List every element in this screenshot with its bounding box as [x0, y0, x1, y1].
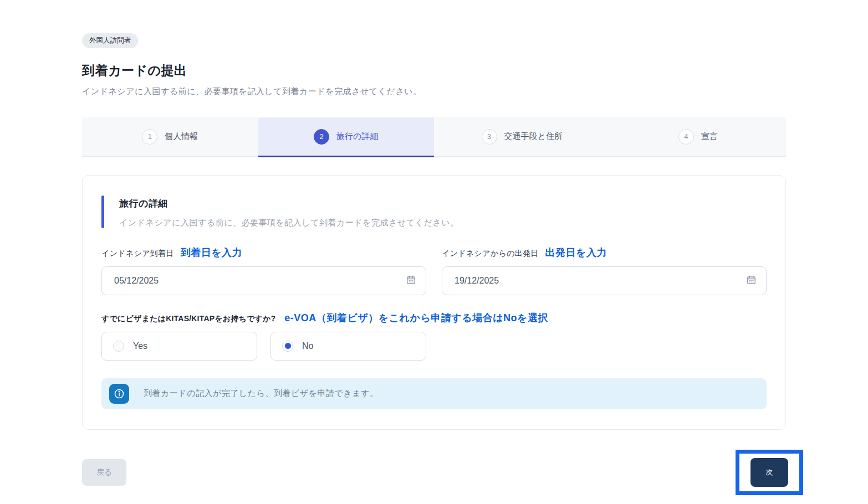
page-title: 到着カードの提出	[82, 62, 786, 79]
section-description: インドネシアに入国する前に、必要事項を記入して到着カードを完成させてください。	[119, 218, 459, 228]
step-label: 個人情報	[165, 131, 198, 142]
departure-date-label: インドネシアからの出発日	[442, 249, 539, 259]
step-tabs: 1 個人情報 2 旅行の詳細 3 交通手段と住所 4 宣言	[82, 117, 786, 157]
page-subtitle: インドネシアに入国する前に、必要事項を記入して到着カードを完成させてください。	[82, 86, 786, 97]
departure-date-input[interactable]	[442, 266, 767, 295]
section-header: 旅行の詳細 インドネシアに入国する前に、必要事項を記入して到着カードを完成させて…	[101, 196, 767, 228]
arrival-date-annotation: 到着日を入力	[181, 246, 242, 259]
badge-row: 外国人訪問者	[82, 33, 786, 48]
departure-date-annotation: 出発日を入力	[545, 246, 607, 259]
next-button[interactable]: 次	[750, 458, 788, 487]
next-button-highlight-frame: 次	[736, 450, 803, 495]
step-label: 交通手段と住所	[504, 131, 563, 142]
travel-details-card: 旅行の詳細 インドネシアに入国する前に、必要事項を記入して到着カードを完成させて…	[82, 175, 786, 430]
step-number-circle: 3	[482, 129, 497, 145]
tab-travel-details[interactable]: 2 旅行の詳細	[258, 117, 435, 156]
radio-option-no[interactable]: No	[270, 332, 426, 361]
back-button[interactable]: 戻る	[82, 459, 126, 486]
visa-question-annotation: e-VOA（到着ビザ）をこれから申請する場合はNoを選択	[284, 311, 548, 325]
step-label: 旅行の詳細	[336, 131, 378, 142]
arrival-date-label: インドネシア到着日	[101, 249, 174, 259]
footer-actions: 戻る 次	[82, 450, 786, 495]
calendar-icon	[746, 275, 757, 287]
info-icon	[109, 384, 129, 404]
arrival-calendar-button[interactable]	[405, 275, 416, 286]
info-message: 到着カードの記入が完了したら、到着ビザを申請できます。	[144, 388, 378, 399]
departure-date-field: インドネシアからの出発日 出発日を入力	[442, 246, 767, 295]
tab-transport-address[interactable]: 3 交通手段と住所	[434, 117, 610, 156]
radio-label: No	[302, 341, 313, 351]
step-number-circle: 1	[142, 129, 157, 145]
departure-calendar-button[interactable]	[746, 275, 757, 286]
arrival-card-page: 外国人訪問者 到着カードの提出 インドネシアに入国する前に、必要事項を記入して到…	[82, 33, 786, 495]
radio-option-yes[interactable]: Yes	[101, 332, 257, 361]
radio-circle-selected	[282, 341, 293, 352]
info-banner: 到着カードの記入が完了したら、到着ビザを申請できます。	[101, 378, 767, 409]
radio-circle-unselected	[113, 341, 124, 352]
arrival-date-field: インドネシア到着日 到着日を入力	[101, 246, 426, 295]
arrival-date-input[interactable]	[101, 266, 426, 295]
visa-question-row: すでにビザまたはKITAS/KITAPをお持ちですか? e-VOA（到着ビザ）を…	[101, 311, 767, 325]
section-title: 旅行の詳細	[119, 196, 459, 210]
step-label: 宣言	[701, 131, 718, 142]
visitor-type-badge: 外国人訪問者	[82, 33, 138, 48]
step-number-circle: 4	[678, 129, 694, 145]
radio-label: Yes	[133, 341, 147, 351]
tab-declaration[interactable]: 4 宣言	[610, 117, 787, 156]
tab-personal-info[interactable]: 1 個人情報	[82, 117, 258, 156]
calendar-icon	[406, 275, 416, 287]
visa-question-label: すでにビザまたはKITAS/KITAPをお持ちですか?	[101, 314, 275, 324]
step-number-circle: 2	[314, 129, 329, 145]
visa-radio-group: Yes No	[101, 332, 767, 361]
